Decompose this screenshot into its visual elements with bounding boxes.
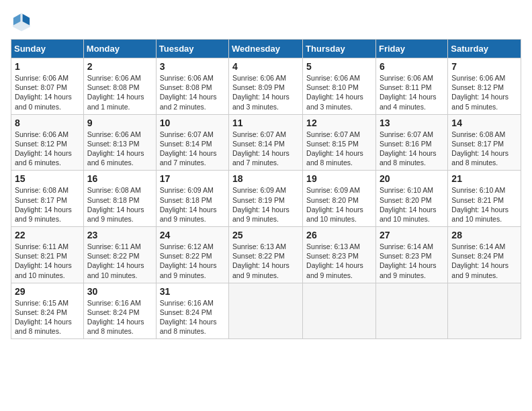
day-17: 17Sunrise: 6:09 AMSunset: 8:18 PMDayligh… xyxy=(156,171,228,227)
header xyxy=(11,11,521,32)
day-1: 1Sunrise: 6:06 AMSunset: 8:07 PMDaylight… xyxy=(11,58,84,115)
day-19: 19Sunrise: 6:09 AMSunset: 8:20 PMDayligh… xyxy=(303,171,376,227)
empty-cell xyxy=(303,283,376,339)
day-20: 20Sunrise: 6:10 AMSunset: 8:20 PMDayligh… xyxy=(375,171,447,227)
day-5: 5Sunrise: 6:06 AMSunset: 8:10 PMDaylight… xyxy=(303,58,376,115)
day-2: 2Sunrise: 6:06 AMSunset: 8:08 PMDaylight… xyxy=(83,58,156,115)
day-26: 26Sunrise: 6:13 AMSunset: 8:23 PMDayligh… xyxy=(303,227,376,283)
empty-cell xyxy=(375,283,447,339)
day-number: 1 xyxy=(15,61,80,72)
day-25: 25Sunrise: 6:13 AMSunset: 8:22 PMDayligh… xyxy=(229,227,303,283)
day-28: 28Sunrise: 6:14 AMSunset: 8:24 PMDayligh… xyxy=(448,227,521,283)
day-info: Sunrise: 6:06 AMSunset: 8:07 PMDaylight:… xyxy=(15,74,72,111)
day-header-monday: Monday xyxy=(83,40,156,58)
day-24: 24Sunrise: 6:12 AMSunset: 8:22 PMDayligh… xyxy=(156,227,228,283)
logo-icon xyxy=(11,11,32,32)
day-header-wednesday: Wednesday xyxy=(229,40,303,58)
day-header-sunday: Sunday xyxy=(11,40,84,58)
day-8: 8Sunrise: 6:06 AMSunset: 8:12 PMDaylight… xyxy=(11,114,84,171)
day-16: 16Sunrise: 6:08 AMSunset: 8:18 PMDayligh… xyxy=(83,171,156,227)
day-9: 9Sunrise: 6:06 AMSunset: 8:13 PMDaylight… xyxy=(83,114,156,171)
day-3: 3Sunrise: 6:06 AMSunset: 8:08 PMDaylight… xyxy=(156,58,228,115)
day-31: 31Sunrise: 6:16 AMSunset: 8:24 PMDayligh… xyxy=(156,283,228,339)
day-14: 14Sunrise: 6:08 AMSunset: 8:17 PMDayligh… xyxy=(448,114,521,171)
day-13: 13Sunrise: 6:07 AMSunset: 8:16 PMDayligh… xyxy=(375,114,447,171)
day-header-friday: Friday xyxy=(375,40,447,58)
day-4: 4Sunrise: 6:06 AMSunset: 8:09 PMDaylight… xyxy=(229,58,303,115)
empty-cell xyxy=(229,283,303,339)
calendar: SundayMondayTuesdayWednesdayThursdayFrid… xyxy=(11,39,521,339)
day-header-saturday: Saturday xyxy=(448,40,521,58)
day-6: 6Sunrise: 6:06 AMSunset: 8:11 PMDaylight… xyxy=(375,58,447,115)
day-29: 29Sunrise: 6:15 AMSunset: 8:24 PMDayligh… xyxy=(11,283,84,339)
day-12: 12Sunrise: 6:07 AMSunset: 8:15 PMDayligh… xyxy=(303,114,376,171)
day-15: 15Sunrise: 6:08 AMSunset: 8:17 PMDayligh… xyxy=(11,171,84,227)
day-18: 18Sunrise: 6:09 AMSunset: 8:19 PMDayligh… xyxy=(229,171,303,227)
empty-cell xyxy=(448,283,521,339)
day-22: 22Sunrise: 6:11 AMSunset: 8:21 PMDayligh… xyxy=(11,227,84,283)
day-11: 11Sunrise: 6:07 AMSunset: 8:14 PMDayligh… xyxy=(229,114,303,171)
day-23: 23Sunrise: 6:11 AMSunset: 8:22 PMDayligh… xyxy=(83,227,156,283)
day-header-tuesday: Tuesday xyxy=(156,40,228,58)
day-header-thursday: Thursday xyxy=(303,40,376,58)
day-27: 27Sunrise: 6:14 AMSunset: 8:23 PMDayligh… xyxy=(375,227,447,283)
day-30: 30Sunrise: 6:16 AMSunset: 8:24 PMDayligh… xyxy=(83,283,156,339)
day-21: 21Sunrise: 6:10 AMSunset: 8:21 PMDayligh… xyxy=(448,171,521,227)
day-7: 7Sunrise: 6:06 AMSunset: 8:12 PMDaylight… xyxy=(448,58,521,115)
day-10: 10Sunrise: 6:07 AMSunset: 8:14 PMDayligh… xyxy=(156,114,228,171)
logo xyxy=(11,11,35,32)
